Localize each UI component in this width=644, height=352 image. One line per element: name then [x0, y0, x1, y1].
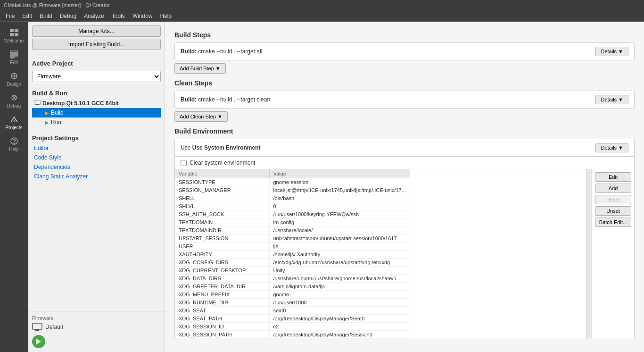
env-var-name: XDG_RUNTIME_DIR: [175, 299, 269, 307]
settings-link-codestyle[interactable]: Code Style: [32, 153, 161, 162]
settings-link-clang[interactable]: Clang Static Analyzer: [32, 172, 161, 181]
add-clean-step-button[interactable]: Add Clean Step ▼: [174, 111, 228, 122]
play-button[interactable]: [32, 335, 45, 348]
left-panel: Manage Kits... Import Existing Build... …: [28, 22, 165, 352]
env-var-value: /etc/xdg/xdg-ubuntu:/usr/share/upstart/x…: [269, 259, 410, 267]
svg-rect-0: [10, 29, 14, 32]
build-run-title: Build & Run: [32, 90, 161, 99]
details-button-2[interactable]: Details ▼: [595, 95, 628, 104]
env-var-value: /run/user/1000/keyring-YFEWQw/ssh: [269, 210, 410, 218]
tree-item-desktop-kit[interactable]: Desktop Qt 5.10.1 GCC 64bit: [32, 99, 161, 108]
menu-edit[interactable]: Edit: [18, 12, 36, 20]
clear-system-env-checkbox[interactable]: [181, 160, 187, 166]
table-row[interactable]: SHELL/bin/bash: [175, 194, 410, 202]
title-bar: CMakeLists @ Firmware [master] - Qt Crea…: [0, 0, 644, 10]
table-row[interactable]: XDG_SEAT_PATH/org/freedesktop/DisplayMan…: [175, 315, 410, 323]
env-header: Use Use System Environment Details ▼: [175, 139, 634, 157]
table-row[interactable]: XDG_RUNTIME_DIR/run/user/1000: [175, 299, 410, 307]
menu-analyze[interactable]: Analyze: [80, 12, 108, 20]
table-row[interactable]: XDG_CONFIG_DIRS/etc/xdg/xdg-ubuntu:/usr/…: [175, 259, 410, 267]
table-row[interactable]: XDG_GREETER_DATA_DIR/var/lib/lightdm-dat…: [175, 283, 410, 291]
use-system-env-text: Use Use System Environment: [181, 144, 260, 151]
menu-help[interactable]: Help: [157, 12, 176, 20]
clean-step-text: Build: cmake --build . --target clean: [181, 96, 270, 103]
sidebar-item-help[interactable]: Help: [2, 134, 26, 155]
svg-rect-3: [15, 33, 18, 36]
menu-debug[interactable]: Debug: [56, 12, 80, 20]
env-var-value: local/ljs:@/tmp/.ICE-unix/1745,unix/ljs:…: [269, 186, 410, 194]
import-build-button[interactable]: Import Existing Build...: [32, 39, 161, 50]
unset-env-button[interactable]: Unset: [595, 206, 631, 216]
table-row[interactable]: XDG_CURRENT_DESKTOPUnity: [175, 267, 410, 275]
table-row[interactable]: XDG_SESSION_IDc2: [175, 323, 410, 331]
build-label: Build: [51, 109, 64, 116]
svg-rect-5: [10, 53, 18, 54]
table-row[interactable]: SSH_AUTH_SOCK/run/user/1000/keyring-YFEW…: [175, 210, 410, 218]
env-buttons: Edit Add Reset Unset Batch Edit...: [592, 169, 634, 339]
table-row[interactable]: SESSIONTYPEgnome-session: [175, 178, 410, 186]
sidebar-item-welcome[interactable]: Welcome: [2, 25, 26, 46]
details-button-3[interactable]: Details ▼: [595, 143, 628, 152]
menu-build[interactable]: Build: [36, 12, 56, 20]
sidebar-item-design[interactable]: Design: [2, 69, 26, 90]
menu-file[interactable]: File: [2, 12, 18, 20]
env-var-name: SESSION_MANAGER: [175, 186, 269, 194]
manage-kits-button[interactable]: Manage Kits...: [32, 25, 161, 37]
device-type-label: Default: [45, 324, 63, 330]
table-row[interactable]: USERljs: [175, 243, 410, 251]
sidebar-item-debug[interactable]: Debug: [2, 91, 26, 111]
details-button-1[interactable]: Details ▼: [595, 47, 628, 56]
welcome-label: Welcome: [4, 38, 24, 43]
env-var-name: XDG_CONFIG_DIRS: [175, 259, 269, 267]
debug-label: Debug: [7, 103, 21, 109]
table-row[interactable]: TEXTDOMAINDIR/usr/share/locale/: [175, 226, 410, 235]
env-var-name: USER: [175, 243, 269, 251]
add-build-step-button[interactable]: Add Build Step ▼: [174, 63, 226, 74]
clear-env-row: Clear system environment: [175, 157, 634, 169]
table-row[interactable]: TEXTDOMAINim-config: [175, 218, 410, 226]
desktop-kit-label: Desktop Qt 5.10.1 GCC 64bit: [42, 100, 119, 107]
svg-rect-6: [10, 55, 18, 56]
env-var-value: /usr/share/ubuntu:/usr/share/gnome:/usr/…: [269, 275, 410, 283]
svg-rect-4: [10, 51, 18, 52]
env-var-value: seat0: [269, 307, 410, 315]
table-row[interactable]: XDG_SESSION_PATH/org/freedesktop/Display…: [175, 331, 410, 339]
env-var-value: unix:abstract=/com/ubuntu/upstart-sessio…: [269, 235, 410, 243]
svg-rect-17: [34, 101, 41, 104]
table-row[interactable]: XDG_SEATseat0: [175, 307, 410, 315]
env-var-name: XDG_SEAT: [175, 307, 269, 315]
add-env-button[interactable]: Add: [595, 184, 631, 193]
table-row[interactable]: XDG_DATA_DIRS/usr/share/ubuntu:/usr/shar…: [175, 275, 410, 283]
env-table: Variable Value SESSIONTYPEgnome-sessionS…: [175, 169, 410, 339]
sidebar-item-edit[interactable]: Edit: [2, 47, 26, 68]
env-section: Use Use System Environment Details ▼ Cle…: [174, 139, 635, 339]
project-select[interactable]: Firmware: [32, 71, 161, 82]
edit-env-button[interactable]: Edit: [595, 172, 631, 182]
settings-link-dependencies[interactable]: Dependencies: [32, 162, 161, 172]
env-scrollbar[interactable]: [586, 169, 592, 339]
env-var-name: XAUTHORITY: [175, 251, 269, 259]
menu-tools[interactable]: Tools: [108, 12, 129, 20]
menu-bar: File Edit Build Debug Analyze Tools Wind…: [0, 10, 644, 22]
table-row[interactable]: XDG_MENU_PREFIXgnome-: [175, 291, 410, 299]
env-var-name: SESSIONTYPE: [175, 178, 269, 186]
table-row[interactable]: XAUTHORITY/home/ljs/.Xauthority: [175, 251, 410, 259]
svg-rect-7: [10, 57, 14, 58]
icon-bar: Welcome Edit Design Debug Projects Help: [0, 22, 28, 352]
env-var-value: c2: [269, 323, 410, 331]
env-var-value: /org/freedesktop/DisplayManager/Seat0: [269, 315, 410, 323]
sidebar-item-projects[interactable]: Projects: [2, 112, 26, 133]
env-var-value: gnome-: [269, 291, 410, 299]
batch-edit-button[interactable]: Batch Edit...: [595, 218, 631, 227]
reset-env-button[interactable]: Reset: [595, 195, 631, 204]
build-env-header: Build Environment: [174, 127, 635, 135]
settings-link-editor[interactable]: Editor: [32, 143, 161, 153]
table-row[interactable]: SESSION_MANAGERlocal/ljs:@/tmp/.ICE-unix…: [175, 186, 410, 194]
menu-window[interactable]: Window: [129, 12, 157, 20]
env-var-name: TEXTDOMAINDIR: [175, 226, 269, 235]
tree-item-run[interactable]: ▶ Run: [32, 117, 161, 127]
clean-step-row: Build: cmake --build . --target clean De…: [174, 91, 635, 109]
tree-item-build[interactable]: ▶ Build: [32, 108, 161, 117]
table-row[interactable]: UPSTART_SESSIONunix:abstract=/com/ubuntu…: [175, 235, 410, 243]
table-row[interactable]: SHLVL0: [175, 202, 410, 210]
